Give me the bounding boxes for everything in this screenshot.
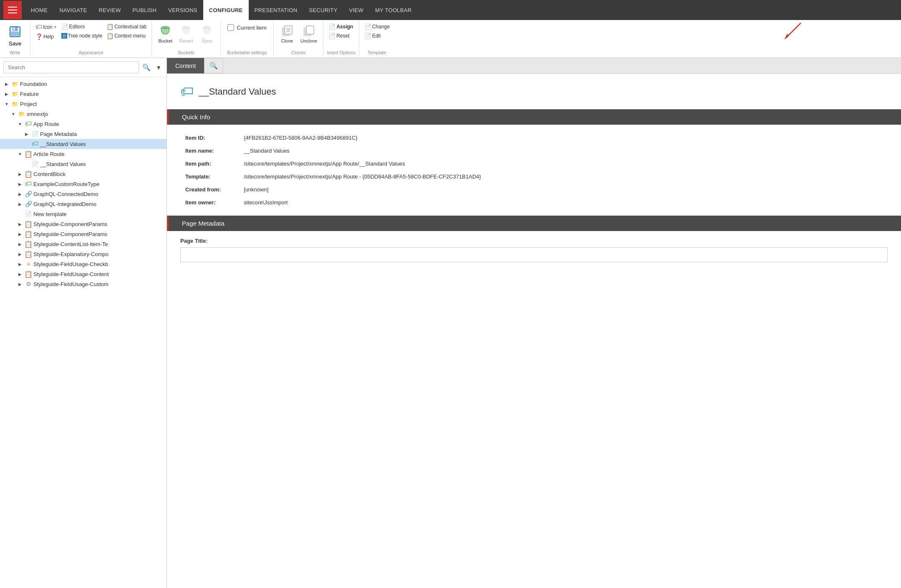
search-button[interactable]: 🔍 (141, 62, 152, 73)
ribbon-group-write: Save Write (0, 22, 30, 56)
svg-rect-6 (13, 27, 15, 30)
appearance-group-label: Appearance (34, 49, 148, 56)
tree-item-new-template[interactable]: 📄 New template (0, 209, 167, 219)
search-input[interactable] (3, 61, 139, 73)
save-button[interactable]: Save (3, 23, 27, 49)
ribbon-group-template: 📄 Change 📄 Edit Template (359, 22, 395, 56)
template-icon: 📋 (25, 150, 32, 158)
tree-item-page-metadata[interactable]: ▶ 📄 Page Metadata (0, 129, 167, 139)
tree-item-graphql-integrated[interactable]: ▶ 🔗 GraphQL-IntegratedDemo (0, 199, 167, 209)
nav-presentation[interactable]: PRESENTATION (249, 0, 303, 20)
unclone-button[interactable]: Unclone (298, 23, 320, 45)
template-icon: 🏷 (25, 120, 32, 128)
nav-review[interactable]: REVIEW (93, 0, 126, 20)
unclone-label: Unclone (300, 38, 317, 43)
item-id-value: {4FB261B2-67ED-5806-9AA2-9B4B3496891C} (239, 131, 888, 144)
tree-item-foundation[interactable]: ▶ 📁 Foundation (0, 79, 167, 89)
tab-content[interactable]: Content (167, 58, 204, 73)
tree-toggle: ▶ (17, 281, 23, 287)
edit-button[interactable]: 📄 Edit (363, 32, 391, 40)
tree-item-standard-values-1[interactable]: 🏷 __Standard Values (0, 139, 167, 149)
tree-item-contentblock[interactable]: ▶ 📋 ContentBlock (0, 169, 167, 179)
tree-item-graphql-connected[interactable]: ▶ 🔗 GraphQL-ConnectedDemo (0, 189, 167, 199)
item-title: __Standard Values (199, 86, 276, 97)
tree-toggle: ▶ (17, 171, 23, 177)
tree-toggle: ▼ (17, 151, 23, 157)
contextual-tab-button[interactable]: 📋 Contextual tab (105, 23, 148, 31)
context-menu-button[interactable]: 📋 Context menu (105, 32, 148, 40)
item-icon: 🏷 (180, 84, 194, 99)
tree-label: __Standard Values (40, 161, 86, 167)
nav-my-toolbar[interactable]: MY TOOLBAR (369, 0, 418, 20)
tree-label: Styleguide-FieldUsage-Content (33, 271, 109, 277)
buckets-buttons: Bucket Revert (155, 23, 217, 49)
tree-item-styleguide-fieldusage-content[interactable]: ▶ 📋 Styleguide-FieldUsage-Content (0, 269, 167, 279)
svg-rect-16 (306, 26, 314, 34)
tree-item-styleguide-contentlist[interactable]: ▶ 📋 Styleguide-ContentList-Item-Te (0, 239, 167, 249)
hamburger-menu[interactable] (3, 1, 22, 19)
tree-item-styleguide-fieldusage-custom[interactable]: ▶ ⚙ Styleguide-FieldUsage-Custom (0, 279, 167, 289)
ribbon-group-bucketable: Current item Bucketable settings (221, 22, 274, 56)
tree-item-styleguide-fieldusage-check[interactable]: ▶ ≡ Styleguide-FieldUsage-Checkb (0, 259, 167, 269)
buckets-group-label: Buckets (155, 49, 217, 56)
insert-options-group-label: Insert Options (327, 49, 355, 56)
created-from-value: [unknown] (239, 183, 888, 196)
tree-item-styleguide-component1[interactable]: ▶ 📋 Styleguide-ComponentParams (0, 219, 167, 229)
tree-item-project[interactable]: ▼ 📁 Project (0, 99, 167, 109)
tree-toggle: ▼ (17, 121, 23, 127)
tree-label: Feature (20, 91, 39, 97)
template-icon: 🏷 (25, 180, 32, 188)
link-icon: 🔗 (25, 190, 32, 198)
context-menu-icon: 📋 (106, 33, 114, 39)
nav-view[interactable]: VIEW (343, 0, 369, 20)
tree-item-styleguide-explanatory[interactable]: ▶ 📋 Styleguide-Explanatory-Compo (0, 249, 167, 259)
bucket-button[interactable]: Bucket (155, 23, 175, 45)
tree-item-example-custom[interactable]: ▶ 🏷 ExampleCustomRouteType (0, 179, 167, 189)
tab-search[interactable]: 🔍 (204, 58, 223, 73)
sync-button[interactable]: Sync (197, 23, 217, 45)
tree-item-feature[interactable]: ▶ 📁 Feature (0, 89, 167, 99)
nav-security[interactable]: SECURITY (303, 0, 343, 20)
page-title-section: Page Title: (180, 238, 888, 262)
top-navigation: HOME NAVIGATE REVIEW PUBLISH VERSIONS CO… (0, 0, 901, 20)
icon-dropdown: ▼ (53, 25, 57, 29)
icon-icon: 🏷 (35, 23, 42, 31)
tree-label: ExampleCustomRouteType (33, 181, 99, 187)
revert-icon (179, 24, 193, 38)
tree-item-app-route[interactable]: ▼ 🏷 App Route (0, 119, 167, 129)
tree-label: __Standard Values (40, 141, 86, 147)
quick-info-header: Quick Info (167, 109, 901, 125)
tree-toggle: ▶ (17, 261, 23, 267)
content-tabs: Content 🔍 (167, 58, 901, 74)
tree-item-xmnextjs[interactable]: ▼ 📁 xmnextjs (0, 109, 167, 119)
editors-button[interactable]: 📄 Editors (60, 23, 104, 31)
page-title-input[interactable] (180, 247, 888, 262)
icon-button[interactable]: 🏷 Icon ▼ (34, 23, 59, 32)
template-icon: 📋 (25, 250, 32, 258)
editors-icon: 📄 (61, 23, 68, 30)
revert-button[interactable]: Revert (176, 23, 196, 45)
nav-publish[interactable]: PUBLISH (127, 0, 163, 20)
page-icon: 📄 (31, 160, 39, 168)
change-button[interactable]: 📄 Change (363, 23, 391, 31)
current-item-checkbox[interactable] (227, 24, 234, 31)
ribbon-wrapper: Save Write 🏷 Icon ▼ ❓ Help (0, 20, 901, 58)
assign-button[interactable]: 📄 Assign (327, 23, 355, 31)
tree-item-styleguide-component2[interactable]: ▶ 📋 Styleguide-ComponentParams (0, 229, 167, 239)
nav-navigate[interactable]: NAVIGATE (53, 0, 93, 20)
tree-item-standard-values-2[interactable]: 📄 __Standard Values (0, 159, 167, 169)
tree-toggle: ▶ (17, 251, 23, 257)
clone-button[interactable]: Clone (277, 23, 297, 45)
reset-button[interactable]: 📄 Reset (327, 32, 355, 40)
nav-versions[interactable]: VERSIONS (162, 0, 203, 20)
tree-node-style-button[interactable]: 🅰 Tree node style (60, 32, 104, 40)
nav-home[interactable]: HOME (25, 0, 53, 20)
link-icon: 🔗 (25, 200, 32, 208)
search-dropdown-button[interactable]: ▼ (154, 63, 163, 73)
help-button[interactable]: ❓ Help (34, 33, 59, 41)
nav-configure[interactable]: CONFIGURE (203, 0, 249, 20)
page-icon: 📄 (25, 210, 32, 218)
tree-item-article-route[interactable]: ▼ 📋 Article Route (0, 149, 167, 159)
tree-toggle: ▶ (17, 181, 23, 187)
tree-label: Project (20, 101, 37, 107)
